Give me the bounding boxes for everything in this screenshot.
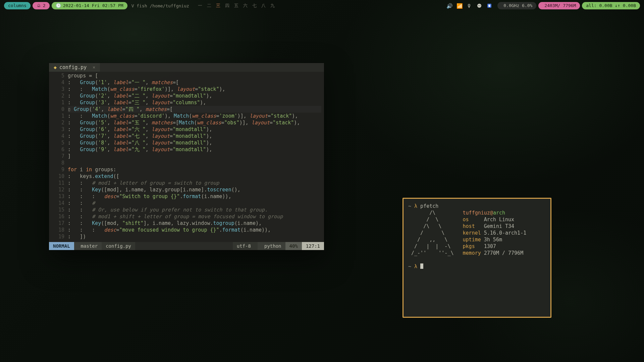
mic-icon[interactable]: 🎙 <box>467 3 472 8</box>
code-line[interactable]: : Group('9', label="九 ", layout="monadta… <box>68 146 321 153</box>
terminal-cursor <box>420 263 423 269</box>
tab-filename: config.py <box>59 64 87 71</box>
code-line[interactable]: : Group('2', label="二 ", layout="monadta… <box>68 93 321 99</box>
clock-icon: 🕒 <box>56 2 61 9</box>
code-line[interactable]: : : # mod1 + shift + letter of group = m… <box>68 213 321 220</box>
workspace-7[interactable]: 七 <box>252 3 257 9</box>
code-line[interactable]: : : # Or, use below if you prefer not to… <box>68 206 321 213</box>
code-line[interactable]: : Group('8', label="八 ", layout="monadta… <box>68 139 321 146</box>
code-line[interactable]: : : Match(wm_class='discord'), Match(wm_… <box>68 113 321 119</box>
code-lines[interactable]: groups = [: Group('1', label="一 ", match… <box>68 72 324 240</box>
code-line[interactable]: ] <box>68 153 321 160</box>
cpu-pill[interactable]: 0.0GHz 6.0% <box>497 2 536 9</box>
statusbar: NORMAL master config.py utf-8 python 40%… <box>49 242 324 250</box>
code-line[interactable]: : ]) <box>68 233 321 240</box>
top-bar: columns 🕭 2 🕒 2022-01-14 Fri 02:57 PM V … <box>0 0 644 11</box>
code-line[interactable]: : : Match(wm_class='firefox')], layout="… <box>68 86 321 93</box>
code-line[interactable]: : : # <box>68 200 321 206</box>
editor-tab[interactable]: ◆ config.py ✕ <box>49 63 100 72</box>
code-line[interactable]: groups = [ <box>68 72 321 79</box>
workspace-1[interactable]: 一 <box>198 3 202 9</box>
svg-point-0 <box>477 4 481 8</box>
workspace-4[interactable]: 四 <box>225 3 229 9</box>
clock-pill[interactable]: 🕒 2022-01-14 Fri 02:57 PM <box>52 2 127 9</box>
status-position: 127:1 <box>302 242 324 250</box>
window-title: V fish /home/tuffgniuz <box>129 3 191 8</box>
workspace-8[interactable]: 八 <box>261 3 266 9</box>
code-line[interactable]: : : Key([mod], i.name, lazy.group[i.name… <box>68 186 321 193</box>
terminal-window[interactable]: ~ λ pfetch /\ tuffgniuz@arch / \ os Arch… <box>402 198 551 318</box>
status-file: config.py <box>102 242 135 250</box>
notification-count: 2 <box>43 2 46 9</box>
workspace-5[interactable]: 五 <box>234 3 238 9</box>
code-line[interactable]: : Group('3', label="三 ", layout="columns… <box>68 99 321 106</box>
code-line[interactable]: : : Key([mod, "shift"], i.name, lazy.win… <box>68 220 321 227</box>
workspace-list[interactable]: 一二三四五六七八九 <box>193 3 279 9</box>
notification-pill[interactable]: 🕭 2 <box>33 2 50 9</box>
memory-text: 2403M/ 7796M <box>544 2 576 9</box>
status-branch: master <box>74 242 102 250</box>
editor-tabbar: ◆ config.py ✕ <box>49 63 324 72</box>
code-line[interactable]: : : : desc="move focused window to group… <box>68 227 321 233</box>
code-line[interactable]: : Group('7', label="七 ", layout="monadta… <box>68 133 321 139</box>
volume-icon[interactable]: 🔊 <box>446 3 452 8</box>
discord-icon[interactable] <box>477 3 482 8</box>
net-label: all: <box>586 2 596 9</box>
layout-pill[interactable]: columns <box>4 2 31 9</box>
systray: 🔊 📶 🎙 <box>443 3 495 8</box>
code-line[interactable]: for i in groups: <box>68 166 321 173</box>
net-down: 0.00B ↓↑ <box>599 2 620 9</box>
code-line[interactable]: : Group('5', label="五 ", matches=[Match(… <box>68 119 321 126</box>
wifi-icon[interactable]: 📶 <box>457 3 462 8</box>
close-icon[interactable]: ✕ <box>93 64 95 71</box>
code-line[interactable]: : Group('1', label="一 ", matches=[ <box>68 79 321 86</box>
workspace-6[interactable]: 六 <box>243 3 248 9</box>
bitwarden-icon[interactable] <box>487 3 492 8</box>
svg-point-1 <box>478 5 479 6</box>
cpu-text: 0.0GHz 6.0% <box>503 2 532 9</box>
modified-dot-icon: ◆ <box>54 64 57 71</box>
code-line[interactable]: : : # mod1 + letter of group = switch to… <box>68 180 321 186</box>
workspace-2[interactable]: 二 <box>207 3 211 9</box>
code-line[interactable]: : : : desc="Switch to group {}".format(i… <box>68 193 321 200</box>
status-lang: python <box>258 242 285 250</box>
workspace-3[interactable]: 三 <box>216 3 220 9</box>
layout-label: columns <box>8 2 26 9</box>
gutter: 54321012345678910111213141516171819 <box>49 72 68 240</box>
code-area[interactable]: 54321012345678910111213141516171819 grou… <box>49 72 324 242</box>
code-line[interactable]: ▯ Group('4', label="四 ", matches=[ <box>68 106 321 113</box>
status-mode: NORMAL <box>49 242 74 250</box>
status-percent: 40% <box>285 242 302 250</box>
clock-text: 2022-01-14 Fri 02:57 PM <box>63 2 123 9</box>
net-up: 0.00B <box>623 2 636 9</box>
code-line[interactable]: : keys.extend([ <box>68 173 321 180</box>
code-line[interactable] <box>68 160 321 166</box>
memory-pill[interactable]: 2403M/ 7796M <box>538 2 580 9</box>
editor-window[interactable]: ◆ config.py ✕ 54321012345678910111213141… <box>49 63 324 250</box>
code-line[interactable]: : Group('6', label="六 ", layout="monadta… <box>68 126 321 133</box>
network-pill[interactable]: all: 0.00B ↓↑ 0.00B <box>582 2 640 9</box>
status-encoding: utf-8 <box>233 242 258 250</box>
bell-icon: 🕭 <box>37 2 41 9</box>
workspace-9[interactable]: 九 <box>270 3 275 9</box>
svg-point-2 <box>480 5 480 6</box>
